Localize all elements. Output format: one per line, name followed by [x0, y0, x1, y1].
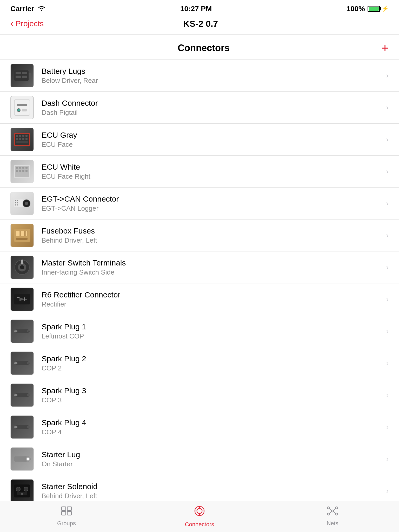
list-item-ecu-white[interactable]: ECU White ECU Face Right ›: [0, 156, 399, 188]
connector-subtitle-battery-lugs: Below Driver, Rear: [42, 77, 381, 85]
connector-info-spark-plug-2: Spark Plug 2 COP 2: [42, 354, 381, 372]
back-label: Projects: [16, 19, 44, 28]
svg-rect-44: [25, 231, 28, 236]
svg-rect-33: [15, 200, 16, 201]
list-item-spark-plug-4[interactable]: Spark Plug 4 COP 4 ›: [0, 411, 399, 443]
carrier-label: Carrier: [10, 5, 34, 13]
connector-info-starter-solenoid: Starter Solenoid Behind Driver, Left: [42, 482, 381, 500]
svg-rect-14: [19, 135, 21, 137]
svg-rect-83: [62, 507, 66, 510]
svg-rect-64: [16, 393, 29, 397]
connector-info-spark-plug-3: Spark Plug 3 COP 3: [42, 386, 381, 404]
svg-rect-37: [17, 202, 18, 203]
add-connector-button[interactable]: +: [381, 42, 389, 54]
chevron-right-icon: ›: [386, 295, 389, 303]
connector-info-fusebox-fuses: Fusebox Fuses Behind Driver, Left: [42, 227, 381, 244]
connectors-icon: [194, 505, 205, 519]
svg-rect-2: [29, 73, 31, 78]
connector-subtitle-r6-rectifier: Rectifier: [42, 300, 381, 308]
svg-rect-18: [19, 138, 21, 140]
connector-info-spark-plug-4: Spark Plug 4 COP 4: [42, 418, 381, 436]
connector-subtitle-starter-lug: On Starter: [42, 460, 381, 468]
tab-nets[interactable]: Nets: [266, 506, 399, 527]
svg-rect-17: [16, 138, 18, 140]
svg-rect-43: [21, 231, 24, 236]
connector-name-ecu-gray: ECU Gray: [42, 131, 381, 139]
list-item-fusebox-fuses[interactable]: Fusebox Fuses Behind Driver, Left ›: [0, 220, 399, 251]
svg-rect-6: [22, 76, 27, 78]
list-item-r6-rectifier[interactable]: R6 Rectifier Connector Rectifier ›: [0, 283, 399, 315]
svg-rect-35: [15, 204, 16, 205]
tab-groups-label: Groups: [57, 520, 76, 527]
connector-name-spark-plug-1: Spark Plug 1: [42, 322, 381, 331]
svg-rect-7: [14, 100, 30, 115]
connector-info-starter-lug: Starter Lug On Starter: [42, 450, 381, 468]
battery-percent: 100%: [346, 5, 365, 13]
svg-rect-20: [25, 138, 28, 140]
svg-rect-28: [16, 170, 18, 172]
svg-rect-55: [24, 297, 25, 301]
chevron-right-icon: ›: [386, 167, 389, 176]
connector-name-r6-rectifier: R6 Rectifier Connector: [42, 290, 381, 299]
list-item-spark-plug-3[interactable]: Spark Plug 3 COP 3 ›: [0, 379, 399, 411]
page-header: Connectors +: [0, 35, 399, 60]
svg-rect-49: [21, 260, 23, 264]
chevron-right-icon: ›: [386, 455, 389, 463]
svg-rect-30: [22, 170, 24, 172]
svg-rect-72: [14, 456, 27, 462]
list-item-egt-can[interactable]: EGT->CAN Connector EGT->CAN Logger ›: [0, 188, 399, 220]
battery-fill: [369, 7, 379, 11]
svg-rect-24: [16, 167, 18, 169]
tab-connectors[interactable]: Connectors: [133, 505, 266, 528]
connector-info-battery-lugs: Battery Lugs Below Driver, Rear: [42, 67, 381, 85]
list-item-master-switch[interactable]: Master Switch Terminals Inner-facing Swi…: [0, 251, 399, 283]
page-title: Connectors: [26, 43, 381, 54]
svg-line-98: [329, 508, 331, 510]
list-item-spark-plug-2[interactable]: Spark Plug 2 COP 2 ›: [0, 347, 399, 379]
tab-connectors-label: Connectors: [185, 521, 214, 528]
chevron-right-icon: ›: [386, 359, 389, 367]
svg-point-88: [197, 508, 202, 514]
connector-info-egt-can: EGT->CAN Connector EGT->CAN Logger: [42, 195, 381, 212]
svg-rect-36: [17, 200, 18, 201]
list-item-ecu-gray[interactable]: ECU Gray ECU Face ›: [0, 124, 399, 156]
chevron-right-icon: ›: [386, 199, 389, 208]
svg-rect-5: [22, 72, 27, 74]
svg-point-0: [41, 10, 42, 11]
connector-thumbnail-spark-plug-2: [10, 351, 34, 375]
svg-rect-26: [22, 167, 24, 169]
chevron-right-icon: ›: [386, 231, 389, 240]
svg-point-97: [336, 513, 338, 515]
list-item-starter-lug[interactable]: Starter Lug On Starter ›: [0, 443, 399, 475]
svg-rect-19: [22, 138, 24, 140]
battery-icon: [368, 6, 380, 12]
tab-groups[interactable]: Groups: [0, 506, 133, 527]
chevron-right-icon: ›: [386, 327, 389, 335]
status-right: 100% ⚡: [346, 5, 389, 13]
svg-line-99: [334, 508, 336, 510]
nav-title: KS-2 0.7: [183, 19, 218, 29]
connector-info-spark-plug-1: Spark Plug 1 Leftmost COP: [42, 322, 381, 340]
connector-thumbnail-battery-lugs: [10, 64, 34, 87]
list-item-spark-plug-1[interactable]: Spark Plug 1 Leftmost COP ›: [0, 315, 399, 347]
charging-icon: ⚡: [382, 5, 389, 12]
list-item-battery-lugs[interactable]: Battery Lugs Below Driver, Rear ›: [0, 60, 399, 92]
svg-rect-85: [62, 511, 66, 515]
chevron-right-icon: ›: [386, 391, 389, 399]
battery-indicator: ⚡: [368, 5, 389, 12]
connector-name-spark-plug-3: Spark Plug 3: [42, 386, 381, 395]
chevron-right-icon: ›: [386, 103, 389, 112]
connector-name-battery-lugs: Battery Lugs: [42, 67, 381, 76]
svg-point-95: [336, 507, 338, 509]
wifi-icon: [37, 5, 46, 13]
connector-thumbnail-dash-connector: [10, 96, 34, 119]
back-button[interactable]: ‹ Projects: [10, 18, 44, 29]
svg-point-76: [16, 487, 20, 491]
svg-rect-38: [17, 204, 18, 205]
svg-rect-34: [15, 202, 16, 203]
svg-rect-21: [16, 141, 28, 143]
connector-name-starter-solenoid: Starter Solenoid: [42, 482, 381, 491]
list-item-dash-connector[interactable]: Dash Connector Dash Pigtail ›: [0, 92, 399, 124]
connector-thumbnail-starter-solenoid: [10, 479, 34, 503]
svg-point-40: [25, 202, 28, 205]
